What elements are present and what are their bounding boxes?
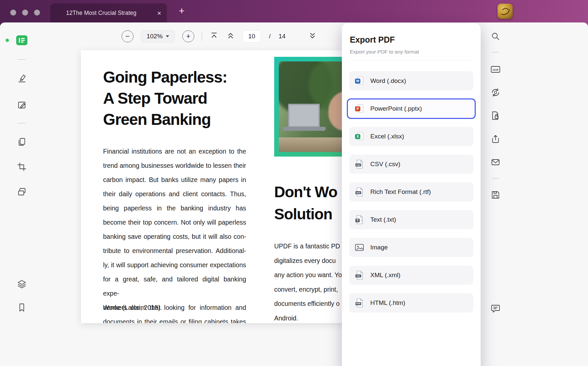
ocr-icon: OCR xyxy=(490,64,501,74)
zoom-level-value: 102% xyxy=(147,33,163,40)
page-separator: / xyxy=(269,33,271,40)
document-tab[interactable]: 12The Most Crucial Strateg ✕ xyxy=(50,3,167,22)
toolbar-divider xyxy=(492,52,499,53)
zoom-out-button[interactable]: − xyxy=(122,30,133,42)
edit-pencil-icon xyxy=(17,100,27,110)
excel-icon: X xyxy=(354,131,364,141)
document-heading-line: Don't Wo xyxy=(274,181,337,203)
html-icon: HTML xyxy=(354,298,364,308)
double-chevron-down-icon xyxy=(308,31,317,40)
export-item-excel[interactable]: X Excel (.xlsx) xyxy=(349,127,473,146)
svg-text:CSV: CSV xyxy=(356,164,360,166)
previous-pages-button[interactable] xyxy=(226,31,235,42)
text-file-icon: T xyxy=(354,215,364,225)
document-text-line: Financial institutions are not an except… xyxy=(103,144,246,159)
zoom-page-toolbar: − 102% + 10 / 14 xyxy=(122,29,317,44)
organize-pages-button[interactable] xyxy=(15,135,28,149)
page-lock-icon xyxy=(491,111,500,121)
export-item-powerpoint[interactable]: P PowerPoint (.pptx) xyxy=(347,98,476,119)
current-page-input[interactable]: 10 xyxy=(242,30,261,43)
svg-text:P: P xyxy=(356,107,359,111)
svg-text:T: T xyxy=(356,219,359,222)
document-text-line: tribute to environmental preservation. A… xyxy=(103,244,246,258)
zoom-in-button[interactable]: + xyxy=(182,30,194,42)
crop-tool-button[interactable] xyxy=(15,160,28,173)
macos-close-button[interactable] xyxy=(10,10,16,16)
save-button[interactable] xyxy=(489,188,502,201)
duplicate-pages-icon xyxy=(17,187,27,197)
document-text-line: documents efficiently o xyxy=(274,297,342,311)
document-title: Going Paperless:A Step TowardGreen Banki… xyxy=(103,67,227,130)
document-text-line: Workers claim that looking for informati… xyxy=(103,301,246,315)
protect-pdf-button[interactable] xyxy=(489,109,502,122)
document-text-line: documents in their emails or filing cabi… xyxy=(103,315,246,323)
go-to-first-page-button[interactable] xyxy=(209,31,219,42)
csv-icon: CSV xyxy=(354,159,364,169)
ocr-button[interactable]: OCR xyxy=(489,63,502,76)
document-text-line: any action you want. Yo xyxy=(274,268,342,282)
document-paragraph-2: Workers claim that looking for informati… xyxy=(103,301,246,323)
rtf-icon: RTF xyxy=(354,187,364,197)
powerpoint-icon: P xyxy=(354,104,364,114)
document-heading-line: Solution xyxy=(274,203,337,225)
svg-text:HTML: HTML xyxy=(356,303,361,305)
zoom-level-dropdown[interactable]: 102% xyxy=(141,30,175,43)
export-item-rtf[interactable]: RTF Rich Text Format (.rtf) xyxy=(349,182,473,201)
document-title-line: A Step Toward xyxy=(103,88,227,109)
bookmark-icon xyxy=(17,303,27,312)
new-tab-button[interactable]: + xyxy=(176,5,187,17)
share-button[interactable] xyxy=(489,132,502,146)
document-text-line: for a great, safe, and tailored digital … xyxy=(103,272,246,301)
export-panel-title: Export PDF xyxy=(350,35,395,45)
export-item-label: Word (.docx) xyxy=(370,77,406,85)
export-item-html[interactable]: HTML HTML (.htm) xyxy=(349,293,473,312)
search-button[interactable] xyxy=(489,30,502,43)
updf-logo xyxy=(497,4,513,19)
export-item-xml[interactable]: </> XML (.xml) xyxy=(349,266,473,285)
panel-divider xyxy=(350,60,473,60)
export-item-label: Rich Text Format (.rtf) xyxy=(370,188,431,196)
macos-minimize-button[interactable] xyxy=(22,10,28,16)
active-tool-indicator-dot xyxy=(6,39,9,42)
document-text-line: carbon impact. But banks utilize many pa… xyxy=(103,173,246,187)
export-convert-button[interactable] xyxy=(489,86,502,99)
export-item-label: CSV (.csv) xyxy=(370,161,400,168)
tab-close-icon[interactable]: ✕ xyxy=(156,10,163,17)
export-item-word[interactable]: W Word (.docx) xyxy=(349,71,473,91)
svg-text:OCR: OCR xyxy=(493,68,498,71)
reader-annotation-icon xyxy=(16,35,27,45)
crop-icon xyxy=(17,162,27,172)
slides-tool-button[interactable] xyxy=(15,185,28,199)
email-button[interactable] xyxy=(489,156,502,169)
svg-text:W: W xyxy=(356,79,359,83)
export-item-text[interactable]: T Text (.txt) xyxy=(349,210,473,229)
document-title-line: Green Banking xyxy=(103,109,227,130)
next-pages-button[interactable] xyxy=(308,31,317,42)
edit-tool-button[interactable] xyxy=(15,98,28,111)
export-item-csv[interactable]: CSV CSV (.csv) xyxy=(349,155,473,174)
chat-bubble-icon xyxy=(491,303,500,313)
image-file-icon xyxy=(354,242,364,252)
layers-button[interactable] xyxy=(15,277,28,291)
document-text-line: ly, it will support achieving consumer e… xyxy=(103,258,246,272)
word-icon: W xyxy=(354,76,364,86)
macos-zoom-button[interactable] xyxy=(34,10,40,16)
document-text-line: trend among businesses worldwide to less… xyxy=(103,159,246,173)
pdf-page[interactable]: Going Paperless:A Step TowardGreen Banki… xyxy=(81,50,383,323)
share-upload-icon xyxy=(491,134,500,144)
reader-mode-button[interactable] xyxy=(15,34,28,47)
markup-tool-button[interactable] xyxy=(15,72,28,85)
search-icon xyxy=(491,31,500,41)
bookmark-button[interactable] xyxy=(15,301,28,314)
export-item-image[interactable]: Image xyxy=(349,238,473,257)
document-text-line: digitalizes every docu xyxy=(274,254,342,268)
document-right-heading: Don't WoSolution xyxy=(274,181,337,225)
feedback-chat-button[interactable] xyxy=(489,302,502,315)
export-item-label: Text (.txt) xyxy=(370,216,396,223)
layers-icon xyxy=(17,279,27,289)
document-text-line: their daily operations and client contac… xyxy=(103,187,246,201)
svg-text:</>: </> xyxy=(356,274,360,277)
export-panel-subtitle: Export your PDF to any format xyxy=(350,49,419,55)
toolbar-divider xyxy=(202,32,202,41)
chevron-down-icon xyxy=(166,35,169,37)
